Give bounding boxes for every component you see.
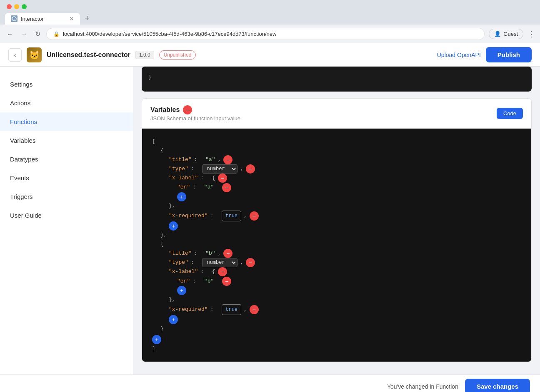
main-content: } Variables − JSON Schema of function in…	[133, 67, 540, 375]
back-nav-button[interactable]: ‹	[8, 48, 22, 62]
json-close-array: ]	[152, 344, 521, 353]
json-editor[interactable]: [ { "title": "a", − "type":	[142, 129, 531, 362]
code-block-top: }	[142, 67, 532, 92]
sidebar-item-datatypes[interactable]: Datatypes	[0, 150, 133, 169]
traffic-light-green[interactable]	[22, 4, 27, 9]
remove-xlabel-a-btn[interactable]: −	[218, 174, 227, 183]
back-button[interactable]: ←	[5, 29, 15, 40]
json-xrequired-a-line: "x-required": true , −	[152, 211, 521, 221]
version-badge: 1.0.0	[135, 51, 154, 59]
json-title-b-line: "title": "b", −	[152, 249, 521, 258]
remove-type-a-btn[interactable]: −	[246, 164, 255, 174]
new-tab-button[interactable]: +	[82, 12, 93, 25]
closing-brace: }	[148, 74, 152, 80]
user-button[interactable]: 👤 Guest	[489, 29, 523, 39]
add-obj2-field: +	[152, 315, 521, 324]
app-container: ‹ 🐱 Unlicensed.test-connector 1.0.0 Unpu…	[0, 43, 540, 392]
json-xrequired-b-line: "x-required": true , −	[152, 304, 521, 315]
footer-bar: You've changed in Function Save changes	[0, 375, 540, 392]
json-en-b-line: "en": "b" −	[152, 277, 521, 286]
add-obj1-field: +	[152, 221, 521, 231]
variables-header: Variables − JSON Schema of function inpu…	[142, 99, 531, 129]
json-obj1-open: {	[152, 146, 521, 155]
lock-icon: 🔒	[53, 31, 60, 37]
back-arrow-icon: ‹	[14, 52, 16, 58]
add-xlabel-a-btn[interactable]: +	[177, 192, 186, 201]
browser-tab-active[interactable]: i Interactor ✕	[5, 13, 80, 25]
sidebar-item-triggers[interactable]: Triggers	[0, 187, 133, 206]
publish-button[interactable]: Publish	[486, 47, 532, 62]
remove-xlabel-b-btn[interactable]: −	[218, 267, 227, 276]
user-label: Guest	[503, 31, 518, 37]
user-icon: 👤	[494, 31, 501, 37]
json-obj2-open: {	[152, 240, 521, 249]
sidebar-item-variables[interactable]: Variables	[0, 131, 133, 150]
type-a-dropdown[interactable]: number string boolean	[202, 164, 238, 174]
code-toggle-button[interactable]: Code	[497, 108, 523, 119]
add-field-b-btn[interactable]: +	[169, 315, 178, 324]
remove-en-b-btn[interactable]: −	[222, 277, 231, 286]
footer-changed-text: You've changed in Function	[387, 383, 458, 390]
add-xlabel-a-item: +	[152, 192, 521, 201]
add-array-item-btn[interactable]: +	[152, 335, 161, 344]
variables-section: Variables − JSON Schema of function inpu…	[142, 98, 532, 362]
address-bar[interactable]: 🔒 localhost:4000/developer/service/51055…	[46, 28, 485, 40]
tab-favicon: i	[11, 15, 18, 22]
remove-xrequired-a-btn[interactable]: −	[250, 211, 259, 221]
remove-type-b-btn[interactable]: −	[246, 258, 255, 267]
browser-toolbar: ← → ↻ 🔒 localhost:4000/developer/service…	[0, 25, 540, 43]
json-title-a-line: "title": "a", −	[152, 155, 521, 164]
tab-close-btn[interactable]: ✕	[69, 15, 74, 22]
xrequired-b-value: true	[222, 304, 241, 315]
variables-title: Variables	[150, 106, 180, 114]
remove-title-b-btn[interactable]: −	[223, 249, 232, 258]
sidebar-item-user-guide[interactable]: User Guide	[0, 206, 133, 225]
json-obj2-close: }	[152, 324, 521, 333]
tab-title: Interactor	[21, 16, 44, 22]
app-header: ‹ 🐱 Unlicensed.test-connector 1.0.0 Unpu…	[0, 43, 540, 67]
app-logo: 🐱	[27, 47, 42, 62]
variables-remove-button[interactable]: −	[183, 105, 192, 114]
json-line-open-array: [	[152, 137, 521, 146]
app-title: Unlicensed.test-connector	[47, 51, 130, 59]
variables-title-area: Variables − JSON Schema of function inpu…	[150, 105, 240, 122]
remove-xrequired-b-btn[interactable]: −	[250, 305, 259, 314]
json-type-a-line: "type": number string boolean , −	[152, 164, 521, 174]
url-text: localhost:4000/developer/service/51055cb…	[63, 31, 478, 37]
json-en-a-line: "en": "a" −	[152, 183, 521, 192]
type-b-dropdown[interactable]: number string boolean	[202, 258, 238, 267]
json-type-b-line: "type": number string boolean , −	[152, 258, 521, 267]
forward-button[interactable]: →	[19, 29, 29, 40]
add-xlabel-b-btn[interactable]: +	[177, 286, 186, 295]
json-xlabel-b-open: "x-label": { −	[152, 267, 521, 276]
add-field-a-btn[interactable]: +	[169, 221, 178, 231]
sidebar-item-functions[interactable]: Functions	[0, 112, 133, 131]
sidebar-item-actions[interactable]: Actions	[0, 94, 133, 112]
remove-en-a-btn[interactable]: −	[222, 183, 231, 192]
json-xlabel-b-close: },	[152, 295, 521, 304]
svg-text:i: i	[14, 17, 15, 21]
xrequired-a-value: true	[222, 211, 241, 221]
save-changes-button[interactable]: Save changes	[465, 379, 530, 392]
browser-menu-button[interactable]: ⋮	[528, 30, 535, 39]
json-xlabel-a-open: "x-label": { −	[152, 174, 521, 183]
variables-subtitle: JSON Schema of function input value	[150, 115, 240, 122]
upload-openapi-link[interactable]: Upload OpenAPI	[437, 52, 481, 58]
app-body: Settings Actions Functions Variables Dat…	[0, 67, 540, 375]
remove-title-a-btn[interactable]: −	[223, 155, 232, 164]
add-xlabel-b-item: +	[152, 286, 521, 295]
traffic-light-yellow[interactable]	[14, 4, 19, 9]
sidebar: Settings Actions Functions Variables Dat…	[0, 67, 133, 375]
add-array-item: +	[152, 335, 521, 344]
refresh-button[interactable]: ↻	[33, 28, 42, 40]
status-badge: Unpublished	[159, 50, 196, 60]
traffic-light-red[interactable]	[7, 4, 12, 9]
json-obj1-close: },	[152, 231, 521, 240]
sidebar-item-settings[interactable]: Settings	[0, 75, 133, 94]
json-xlabel-a-close: },	[152, 201, 521, 211]
sidebar-item-events[interactable]: Events	[0, 169, 133, 187]
